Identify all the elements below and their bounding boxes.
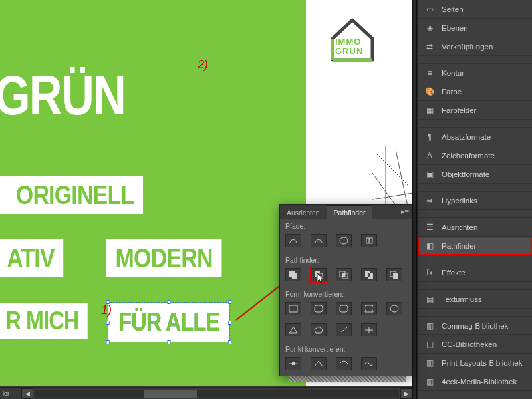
svg-rect-5: [292, 273, 297, 279]
rail-label: Verknüpfungen: [442, 43, 493, 51]
svg-rect-10: [342, 273, 345, 277]
library-icon: ▥: [424, 377, 435, 386]
panel-divider[interactable]: [412, 0, 417, 399]
tab-ausrichten[interactable]: Ausrichten: [280, 206, 327, 219]
pages-icon: ▭: [424, 5, 435, 14]
selection-handle[interactable]: [168, 300, 171, 304]
point-corner-button[interactable]: [311, 357, 327, 370]
selection-handle[interactable]: [106, 321, 110, 325]
tag-modern: MODERN: [106, 239, 221, 277]
scroll-thumb[interactable]: [144, 390, 197, 398]
path-close-button[interactable]: [336, 234, 352, 247]
panel-tabs: Ausrichten Pathfinder ▸≡: [280, 205, 412, 219]
rail-label: Farbfelder: [442, 106, 476, 114]
pathfinder-minusback-button[interactable]: [386, 268, 402, 281]
pathfinder-panel[interactable]: Ausrichten Pathfinder ▸≡ Pfade: Pathfind…: [279, 204, 412, 376]
scroll-right-button[interactable]: ▶: [400, 388, 412, 399]
rail-item-cc-bibliotheken[interactable]: ◫ CC-Bibliotheken: [418, 335, 532, 354]
pathfinder-add-button[interactable]: [285, 268, 301, 281]
pathfinder-exclude-button[interactable]: [361, 268, 377, 281]
convert-triangle-button[interactable]: [285, 323, 301, 336]
library-icon: ▥: [424, 358, 435, 368]
links-icon: ⇄: [424, 42, 435, 51]
point-plain-button[interactable]: [285, 357, 301, 370]
rail-item-commag-bibliothek[interactable]: ▥ Commag-Bibliothek: [418, 317, 532, 335]
swatches-icon: ▦: [424, 106, 435, 115]
tab-pathfinder[interactable]: Pathfinder: [327, 205, 373, 219]
color-icon: 🎨: [424, 87, 435, 96]
rail-item-kontur[interactable]: ≡ Kontur: [418, 64, 532, 82]
obj-style-icon: ▣: [424, 170, 435, 179]
selection-handle[interactable]: [229, 321, 232, 325]
rail-label: Effekte: [442, 269, 466, 277]
path-join-button[interactable]: [285, 234, 301, 247]
convert-line-button[interactable]: [336, 323, 352, 336]
horizontal-scrollbar[interactable]: ler ◀ ▶: [0, 387, 412, 399]
logo-line1: IMMO: [335, 37, 363, 47]
scroll-track[interactable]: [35, 390, 399, 398]
tag-fuer-alle-selected[interactable]: FÜR ALLE: [108, 303, 229, 342]
rail-label: Absatzformate: [442, 133, 491, 141]
convert-polygon-button[interactable]: [311, 323, 327, 336]
rail-item-farbe[interactable]: 🎨 Farbe: [418, 82, 532, 101]
cc-library-icon: ◫: [424, 340, 435, 349]
svg-rect-7: [317, 273, 323, 279]
rail-item-hyperlinks[interactable]: ⇔ Hyperlinks: [418, 192, 532, 210]
tag-fuer-alle-text: FÜR ALLE: [118, 308, 219, 336]
rail-label: Hyperlinks: [442, 197, 477, 205]
convert-roundrect-button[interactable]: [311, 302, 327, 315]
section-pathfinder: Pathfinder:: [280, 253, 412, 265]
svg-rect-13: [368, 273, 370, 277]
effects-icon: fx: [424, 268, 435, 277]
rail-item-4eck-media-bibliothek[interactable]: ▥ 4eck-Media-Bibliothek: [418, 372, 532, 391]
point-smooth-button[interactable]: [336, 357, 352, 370]
rail-item-ebenen[interactable]: ◈ Ebenen: [418, 19, 532, 37]
pathfinder-icon: ◧: [424, 241, 435, 251]
rail-item-farbfelder[interactable]: ▦ Farbfelder: [418, 101, 532, 120]
selection-handle[interactable]: [229, 300, 232, 304]
rail-item-ausrichten[interactable]: ☰ Ausrichten: [418, 218, 532, 237]
pathfinder-subtract-button[interactable]: [311, 268, 327, 281]
svg-rect-23: [292, 362, 295, 365]
align-icon: ☰: [424, 223, 435, 232]
annotation-1: 1): [101, 303, 112, 317]
convert-inverse-round-button[interactable]: [361, 302, 377, 315]
convert-orthogonal-button[interactable]: [361, 323, 377, 336]
char-style-icon: A: [424, 151, 435, 160]
rail-item-print-layouts-bibliothek[interactable]: ▥ Print-Layouts-Bibliothek: [418, 354, 532, 372]
headline-text: OGRÜN: [0, 63, 125, 128]
logo-immo-gruen: IMMO GRÜN: [326, 12, 379, 65]
path-open-button[interactable]: [311, 234, 327, 247]
textwrap-icon: ▤: [424, 295, 435, 304]
pathfinder-intersect-button[interactable]: [336, 268, 352, 281]
library-icon: ▥: [424, 321, 435, 331]
rail-item-absatzformate[interactable]: ¶ Absatzformate: [418, 128, 532, 146]
convert-rect-button[interactable]: [285, 302, 301, 315]
convert-bevel-button[interactable]: [336, 302, 352, 315]
rail-item-verknuepfungen[interactable]: ⇄ Verknüpfungen: [418, 37, 532, 56]
rail-item-zeichenformate[interactable]: A Zeichenformate: [418, 146, 532, 165]
rail-label: Zeichenformate: [442, 152, 495, 160]
convert-ellipse-button[interactable]: [386, 302, 402, 315]
point-symmetric-button[interactable]: [361, 357, 377, 370]
selection-handle[interactable]: [168, 340, 171, 344]
selection-handle[interactable]: [106, 340, 110, 344]
rail-item-pathfinder[interactable]: ◧ Pathfinder: [418, 237, 532, 255]
path-reverse-button[interactable]: [361, 234, 377, 247]
svg-line-19: [340, 327, 347, 332]
rail-label: Textumfluss: [442, 295, 482, 303]
selection-handle[interactable]: [229, 340, 232, 344]
svg-rect-17: [315, 305, 323, 312]
rail-label: Kontur: [442, 69, 464, 77]
layers-icon: ◈: [424, 23, 435, 33]
scroll-left-button[interactable]: ◀: [21, 388, 33, 399]
rail-label: Farbe: [442, 88, 462, 96]
rail-label: Ebenen: [442, 24, 468, 32]
panels-rail: ▭ Seiten ◈ Ebenen ⇄ Verknüpfungen ≡ Kont…: [417, 0, 532, 399]
rail-item-effekte[interactable]: fx Effekte: [418, 263, 532, 282]
rail-item-objektformate[interactable]: ▣ Objektformate: [418, 165, 532, 184]
rail-item-seiten[interactable]: ▭ Seiten: [418, 0, 532, 19]
panel-menu-button[interactable]: ▸≡: [401, 207, 409, 216]
para-style-icon: ¶: [424, 132, 435, 142]
rail-item-textumfluss[interactable]: ▤ Textumfluss: [418, 290, 532, 309]
